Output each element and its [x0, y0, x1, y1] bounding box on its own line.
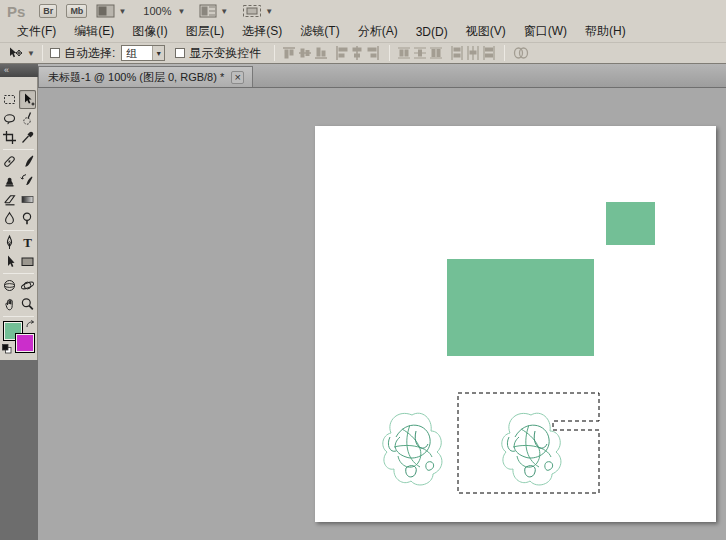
3d-rotate-tool[interactable]: [1, 276, 18, 295]
divider: [3, 273, 34, 274]
separator: [504, 45, 505, 61]
spot-healing-brush-tool[interactable]: [1, 152, 18, 171]
svg-text:T: T: [23, 235, 32, 250]
lasso-tool[interactable]: [1, 109, 18, 128]
distribute-left-edges-icon[interactable]: [452, 46, 462, 60]
menu-analysis[interactable]: 分析(A): [349, 21, 407, 43]
tools-panel-header: «: [0, 64, 38, 88]
divider: [3, 316, 34, 317]
mb-button[interactable]: Mb: [66, 4, 87, 18]
menu-filter[interactable]: 滤镜(T): [291, 21, 348, 43]
divider: [3, 230, 34, 231]
move-tool-preset-icon[interactable]: [6, 46, 24, 61]
hand-tool[interactable]: [1, 295, 18, 314]
distribute-bottom-edges-icon[interactable]: [430, 48, 442, 58]
crop-tool[interactable]: [1, 128, 18, 147]
divider: [3, 149, 34, 150]
distribute-icons-group: [397, 45, 497, 61]
history-brush-tool[interactable]: [19, 171, 36, 190]
separator: [274, 45, 275, 61]
blur-tool[interactable]: [1, 209, 18, 228]
separator: [42, 45, 43, 61]
auto-select-checkbox[interactable]: [50, 48, 60, 58]
distribute-horizontal-centers-icon[interactable]: [468, 46, 478, 60]
canvas-scribble-2[interactable]: [502, 413, 561, 485]
collapse-tools-button[interactable]: «: [0, 64, 38, 77]
chevron-down-icon: ▼: [265, 7, 273, 16]
menu-window[interactable]: 窗口(W): [515, 21, 576, 43]
show-transform-checkbox[interactable]: [175, 48, 185, 58]
document-canvas[interactable]: [315, 126, 716, 522]
menu-layer[interactable]: 图层(L): [177, 21, 234, 43]
3d-orbit-tool[interactable]: [19, 276, 36, 295]
zoom-tool[interactable]: [19, 295, 36, 314]
launch-bridge-button[interactable]: Br: [39, 4, 57, 18]
rectangular-marquee-tool[interactable]: [1, 90, 18, 109]
menu-view[interactable]: 视图(V): [457, 21, 515, 43]
tools-panel-top: [0, 77, 38, 88]
auto-align-layers-icon[interactable]: [512, 45, 530, 61]
auto-select-dropdown[interactable]: 组 ▼: [121, 45, 165, 61]
tab-bar: 未标题-1 @ 100% (图层 0, RGB/8) * ×: [38, 64, 726, 88]
color-swatches: [2, 320, 36, 354]
distribute-right-edges-icon[interactable]: [484, 46, 494, 60]
background-color-swatch[interactable]: [15, 333, 35, 353]
auto-select-label: 自动选择:: [64, 45, 115, 62]
view-extras-control[interactable]: ▼: [199, 4, 228, 18]
auto-select-value: 组: [126, 46, 137, 61]
arrange-documents-control[interactable]: ▼: [96, 4, 126, 18]
align-right-edges-icon[interactable]: [368, 46, 378, 60]
show-transform-label: 显示变换控件: [189, 45, 261, 62]
canvas-svg[interactable]: [315, 126, 716, 522]
align-icons-group: [282, 45, 382, 61]
separator: [389, 45, 390, 61]
dodge-tool[interactable]: [19, 209, 36, 228]
document-tab[interactable]: 未标题-1 @ 100% (图层 0, RGB/8) * ×: [38, 66, 253, 87]
menu-3d[interactable]: 3D(D): [407, 23, 457, 42]
rectangle-shape-tool[interactable]: [19, 252, 36, 271]
canvas-workspace[interactable]: [38, 88, 726, 540]
quick-selection-tool[interactable]: [19, 109, 36, 128]
distribute-vertical-centers-icon[interactable]: [414, 48, 426, 58]
panel-dock-background: [0, 360, 38, 540]
chevron-down-icon[interactable]: ▼: [27, 49, 35, 58]
swap-colors-icon[interactable]: [25, 319, 36, 329]
canvas-green-rect-2[interactable]: [447, 259, 594, 356]
default-colors-icon[interactable]: [2, 344, 12, 354]
canvas-green-rect-1[interactable]: [606, 202, 655, 245]
align-left-edges-icon[interactable]: [337, 46, 347, 60]
eraser-tool[interactable]: [1, 190, 18, 209]
screen-mode-control[interactable]: ▼: [242, 4, 273, 18]
chevron-down-icon: ▼: [118, 7, 126, 16]
type-tool[interactable]: T: [19, 233, 36, 252]
clone-stamp-tool[interactable]: [1, 171, 18, 190]
menu-edit[interactable]: 编辑(E): [65, 21, 123, 43]
align-top-edges-icon[interactable]: [283, 48, 295, 58]
path-selection-tool[interactable]: [1, 252, 18, 271]
align-vertical-centers-icon[interactable]: [299, 49, 311, 57]
document-tab-title: 未标题-1 @ 100% (图层 0, RGB/8) *: [48, 70, 224, 85]
chevron-down-icon: ▼: [177, 7, 185, 16]
brush-tool[interactable]: [19, 152, 36, 171]
align-horizontal-centers-icon[interactable]: [353, 46, 361, 60]
move-tool[interactable]: [19, 90, 36, 109]
menu-image[interactable]: 图像(I): [123, 21, 176, 43]
eyedropper-tool[interactable]: [19, 128, 36, 147]
application-bar: Ps Br Mb ▼ 100% ▼ ▼ ▼: [0, 0, 726, 22]
gradient-tool[interactable]: [19, 190, 36, 209]
menu-help[interactable]: 帮助(H): [576, 21, 635, 43]
zoom-level-value[interactable]: 100%: [140, 4, 174, 18]
tool-options-bar: ▼ 自动选择: 组 ▼ 显示变换控件: [0, 43, 726, 64]
selection-marquee[interactable]: [458, 393, 599, 493]
menu-file[interactable]: 文件(F): [8, 21, 65, 43]
document-tab-row: « 未标题-1 @ 100% (图层 0, RGB/8) * ×: [0, 64, 726, 88]
screen-mode-icon: [242, 4, 262, 18]
close-icon[interactable]: ×: [231, 71, 244, 84]
align-bottom-edges-icon[interactable]: [315, 48, 327, 58]
canvas-scribble-1[interactable]: [383, 413, 442, 485]
distribute-top-edges-icon[interactable]: [398, 48, 410, 58]
view-extras-icon: [199, 4, 217, 18]
menu-select[interactable]: 选择(S): [233, 21, 291, 43]
zoom-level-control[interactable]: 100% ▼: [140, 4, 185, 18]
pen-tool[interactable]: [1, 233, 18, 252]
